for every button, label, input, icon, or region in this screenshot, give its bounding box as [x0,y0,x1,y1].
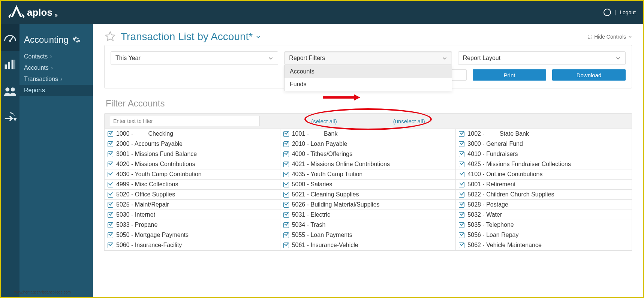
account-cell[interactable]: 5026 - Building Material/Supplies [280,200,456,210]
download-button[interactable]: Download [552,69,626,81]
checkbox-icon[interactable] [459,162,464,167]
checkbox-icon[interactable] [108,172,113,177]
filter-head: (select all) (unselect all) [104,113,632,129]
unselect-all-link[interactable]: (unselect all) [393,118,425,124]
checkbox-icon[interactable] [283,172,289,177]
filter-section-title: Filter Accounts [106,98,632,109]
checkbox-icon[interactable] [108,162,113,167]
account-cell[interactable]: 2010 - Loan Payable [280,139,456,149]
sidebar-item-accounts[interactable]: Accounts › [19,62,93,73]
checkbox-icon[interactable] [459,202,464,208]
checkbox-icon[interactable] [108,131,113,137]
checkbox-icon[interactable] [283,131,289,137]
account-cell[interactable]: 5035 - Telephone [456,220,632,230]
rail-people[interactable] [1,78,19,105]
checkbox-icon[interactable] [459,212,464,218]
account-cell[interactable]: 5001 - Retirement [456,180,632,190]
checkbox-icon[interactable] [459,131,464,137]
checkbox-icon[interactable] [283,212,289,218]
checkbox-icon[interactable] [459,222,464,228]
checkbox-icon[interactable] [283,192,289,198]
account-cell[interactable]: 5028 - Postage [456,200,632,210]
checkbox-icon[interactable] [283,202,289,208]
dropdown-item-accounts[interactable]: Accounts [285,65,452,78]
checkbox-icon[interactable] [108,182,113,187]
rail-reports[interactable] [1,51,19,78]
account-cell[interactable]: 5025 - Maint/Repair [105,200,280,210]
account-cell[interactable]: 3001 - Missions Fund Balance [105,149,280,159]
account-cell[interactable]: 5031 - Electric [280,210,456,220]
checkbox-icon[interactable] [459,172,464,177]
checkbox-icon[interactable] [283,151,289,157]
logout-link[interactable]: Logout [620,9,636,15]
account-cell[interactable]: 5033 - Propane [105,220,280,230]
checkbox-icon[interactable] [108,232,113,238]
gear-icon[interactable] [72,36,81,44]
account-cell[interactable]: 5050 - Mortgage Payments [105,230,280,240]
checkbox-icon[interactable] [108,151,113,157]
account-cell[interactable]: 5061 - Insurance-Vehicle [280,240,456,250]
report-layout-select[interactable]: Report Layout [458,51,626,65]
account-cell[interactable]: 5000 - Salaries [280,180,456,190]
checkbox-icon[interactable] [283,222,289,228]
sidebar-item-transactions[interactable]: Transactions › [19,73,93,85]
checkbox-icon[interactable] [108,243,113,248]
checkbox-icon[interactable] [459,151,464,157]
checkbox-icon[interactable] [283,243,289,248]
user-icon[interactable] [604,9,611,16]
account-cell[interactable]: 5021 - Cleaning Supplies [280,190,456,200]
sidebar-item-contacts[interactable]: Contacts › [19,51,93,62]
checkbox-icon[interactable] [108,141,113,147]
sidebar-item-reports[interactable]: Reports [19,85,93,96]
account-cell[interactable]: 2000 - Accounts Payable [105,139,280,149]
checkbox-icon[interactable] [459,192,464,198]
bar-chart-icon [3,58,17,71]
checkbox-icon[interactable] [283,232,289,238]
checkbox-icon[interactable] [459,232,464,238]
dropdown-item-funds[interactable]: Funds [285,78,452,91]
account-cell[interactable]: 1001 - Bank [280,129,456,139]
checkbox-icon[interactable] [459,182,464,187]
account-cell[interactable]: 5060 - Insurance-Facility [105,240,280,250]
account-cell[interactable]: 5055 - Loan Payments [280,230,456,240]
account-cell[interactable]: 4000 - Tithes/Offerings [280,149,456,159]
hide-controls-toggle[interactable]: Hide Controls [588,34,632,40]
account-cell[interactable]: 4010 - Fundraisers [456,149,632,159]
rail-dashboard[interactable] [1,24,19,51]
checkbox-icon[interactable] [459,141,464,147]
checkbox-icon[interactable] [108,202,113,208]
account-cell[interactable]: 1000 - Checking [105,129,280,139]
account-cell[interactable]: 4035 - Youth Camp Tuition [280,169,456,180]
account-cell[interactable]: 5030 - Internet [105,210,280,220]
account-cell[interactable]: 5056 - Loan Repay [456,230,632,240]
account-cell[interactable]: 1002 - State Bank [456,129,632,139]
account-cell[interactable]: 3000 - General Fund [456,139,632,149]
checkbox-icon[interactable] [108,222,113,228]
select-all-link[interactable]: (select all) [311,118,337,124]
checkbox-icon[interactable] [283,162,289,167]
checkbox-icon[interactable] [283,182,289,187]
account-cell[interactable]: 5020 - Office Supplies [105,190,280,200]
account-cell[interactable]: 4030 - Youth Camp Contribution [105,169,280,180]
report-filters-select[interactable]: Report Filters [284,51,452,65]
favorite-star-icon[interactable] [104,31,116,43]
filter-text-input[interactable] [110,116,260,126]
account-cell[interactable]: 4020 - Missions Contributions [105,159,280,169]
chevron-down-icon[interactable] [256,34,261,39]
checkbox-icon[interactable] [283,141,289,147]
account-cell[interactable]: 5022 - Children Church Supplies [456,190,632,200]
print-button[interactable]: Print [473,69,546,81]
checkbox-icon[interactable] [459,243,464,248]
account-cell[interactable]: 4999 - Misc Collections [105,180,280,190]
rail-export[interactable] [1,105,19,132]
checkbox-icon[interactable] [108,192,113,198]
account-cell[interactable]: 4025 - Missions Fundraiser Collections [456,159,632,169]
period-select[interactable]: This Year [111,51,278,65]
account-cell[interactable]: 4021 - Missions Online Contributions [280,159,456,169]
account-cell[interactable]: 5062 - Vehicle Maintenance [456,240,632,250]
checkbox-icon[interactable] [108,212,113,218]
controls-panel: This Year Report Filters Report Layout A… [104,45,632,88]
account-cell[interactable]: 5034 - Trash [280,220,456,230]
account-cell[interactable]: 4100 - OnLine Contributions [456,169,632,180]
account-cell[interactable]: 5032 - Water [456,210,632,220]
